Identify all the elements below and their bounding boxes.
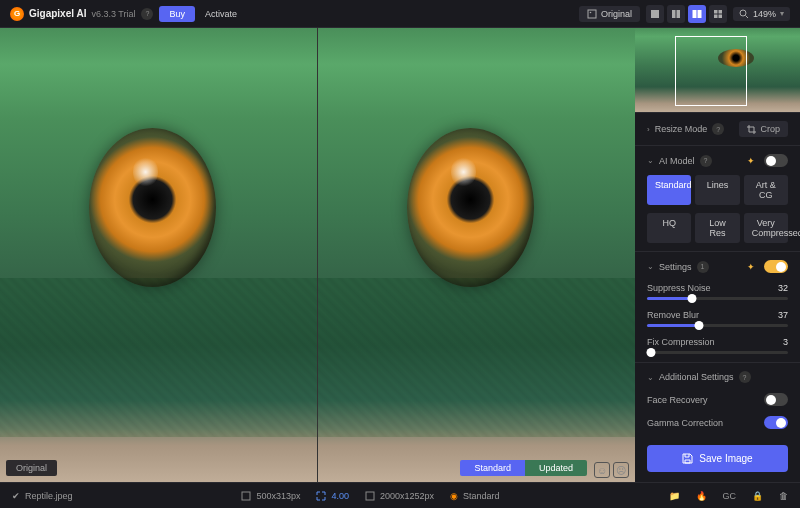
crop-icon	[747, 125, 756, 134]
sparkle-icon: ✦	[747, 156, 755, 166]
status-bar: ✔ Reptile.jpeg 500x313px 4.00 2000x1252p…	[0, 482, 800, 508]
source-dimensions: 500x313px	[241, 491, 300, 501]
model-status[interactable]: ◉ Standard	[450, 491, 500, 501]
svg-rect-2	[651, 10, 659, 18]
view-mode-group	[646, 5, 727, 23]
flame-icon: 🔥	[696, 491, 707, 501]
app-logo: G Gigapixel AI v6.3.3 Trial	[10, 7, 135, 21]
fix_compression-label: Fix Compression	[647, 337, 715, 347]
delete-button[interactable]: 🗑	[779, 491, 788, 501]
ai-model-header[interactable]: ⌄ AI Model ? ✦	[647, 154, 788, 167]
output-dimensions: 2000x1252px	[365, 491, 434, 501]
svg-line-12	[745, 15, 748, 18]
buy-button[interactable]: Buy	[159, 6, 195, 22]
gc-status: GC	[723, 491, 737, 501]
svg-rect-10	[718, 14, 722, 18]
compare-updated-label: Updated	[525, 460, 587, 476]
folder-button[interactable]: 📁	[669, 491, 680, 501]
suppress_noise-value: 32	[778, 283, 788, 293]
model-standard-button[interactable]: Standard	[647, 175, 691, 205]
side-by-side-icon	[692, 9, 702, 19]
trash-icon: 🗑	[779, 491, 788, 501]
compare-standard-label: Standard	[460, 460, 525, 476]
original-toggle-button[interactable]: Original	[579, 6, 640, 22]
model-lines-button[interactable]: Lines	[695, 175, 739, 205]
app-name: Gigapixel AI	[29, 8, 86, 19]
settings-header[interactable]: ⌄ Settings 1 ✦	[647, 260, 788, 273]
filename-status[interactable]: ✔ Reptile.jpeg	[12, 491, 73, 501]
svg-rect-6	[697, 10, 701, 18]
face-recovery-toggle[interactable]	[764, 393, 788, 406]
scale-factor[interactable]: 4.00	[316, 491, 349, 501]
model-artcg-button[interactable]: Art & CG	[744, 175, 788, 205]
navigator-thumbnail[interactable]	[635, 28, 800, 112]
save-image-button[interactable]: Save Image	[647, 445, 788, 472]
app-header: G Gigapixel AI v6.3.3 Trial ? Buy Activa…	[0, 0, 800, 28]
original-label: Original	[6, 460, 57, 476]
svg-point-1	[590, 11, 592, 13]
resize-mode-header[interactable]: › Resize Mode ? Crop	[647, 121, 788, 137]
ai-model-auto-toggle[interactable]	[764, 154, 788, 167]
model-hq-button[interactable]: HQ	[647, 213, 691, 243]
grid-icon	[713, 9, 723, 19]
help-icon[interactable]: ?	[141, 8, 153, 20]
chevron-down-icon: ▾	[780, 9, 784, 18]
fix_compression-slider[interactable]	[647, 351, 788, 354]
svg-rect-5	[692, 10, 696, 18]
split-icon	[671, 9, 681, 19]
fix_compression-value: 3	[783, 337, 788, 347]
model-icon: ◉	[450, 491, 458, 501]
help-icon[interactable]: ?	[700, 155, 712, 167]
search-icon	[739, 9, 749, 19]
chevron-down-icon: ⌄	[647, 156, 654, 165]
lock-icon: 🔒	[752, 491, 763, 501]
model-verycompressed-button[interactable]: Very Compressed	[744, 213, 788, 243]
navigator-viewport[interactable]	[675, 36, 747, 106]
view-single-button[interactable]	[646, 5, 664, 23]
svg-point-11	[740, 10, 746, 16]
logo-icon: G	[10, 7, 24, 21]
face-recovery-label: Face Recovery	[647, 395, 708, 405]
suppress_noise-slider[interactable]	[647, 297, 788, 300]
check-icon: ✔	[12, 491, 20, 501]
svg-rect-0	[588, 10, 596, 18]
settings-count: 1	[697, 261, 709, 273]
view-split-button[interactable]	[667, 5, 685, 23]
original-pane[interactable]	[0, 28, 318, 482]
remove_blur-label: Remove Blur	[647, 310, 699, 320]
view-side-by-side-button[interactable]	[688, 5, 706, 23]
app-version: v6.3.3 Trial	[91, 9, 135, 19]
zoom-control[interactable]: 149% ▾	[733, 7, 790, 21]
flame-button[interactable]: 🔥	[696, 491, 707, 501]
chevron-down-icon: ⌄	[647, 373, 654, 382]
gamma-correction-toggle[interactable]	[764, 416, 788, 429]
settings-auto-toggle[interactable]	[764, 260, 788, 273]
view-grid-button[interactable]	[709, 5, 727, 23]
remove_blur-slider[interactable]	[647, 324, 788, 327]
crop-button[interactable]: Crop	[739, 121, 788, 137]
additional-settings-header[interactable]: ⌄ Additional Settings ?	[647, 371, 788, 383]
svg-rect-3	[672, 10, 676, 18]
processed-pane[interactable]	[318, 28, 635, 482]
dimensions-icon	[241, 491, 251, 501]
face-happy-button[interactable]: ☺	[594, 462, 610, 478]
sparkle-icon: ✦	[747, 262, 755, 272]
help-icon[interactable]: ?	[712, 123, 724, 135]
suppress_noise-label: Suppress Noise	[647, 283, 711, 293]
model-lowres-button[interactable]: Low Res	[695, 213, 739, 243]
svg-rect-14	[366, 492, 374, 500]
remove_blur-value: 37	[778, 310, 788, 320]
svg-rect-13	[242, 492, 250, 500]
image-viewer: Original Standard Updated ☺ ☹	[0, 28, 635, 482]
chevron-right-icon: ›	[647, 125, 650, 134]
help-icon[interactable]: ?	[739, 371, 751, 383]
single-view-icon	[650, 9, 660, 19]
face-sad-button[interactable]: ☹	[613, 462, 629, 478]
dimensions-icon	[365, 491, 375, 501]
chevron-down-icon: ⌄	[647, 262, 654, 271]
svg-rect-9	[714, 14, 718, 18]
image-icon	[587, 9, 597, 19]
svg-rect-7	[714, 10, 718, 14]
activate-button[interactable]: Activate	[201, 6, 241, 22]
folder-icon: 📁	[669, 491, 680, 501]
